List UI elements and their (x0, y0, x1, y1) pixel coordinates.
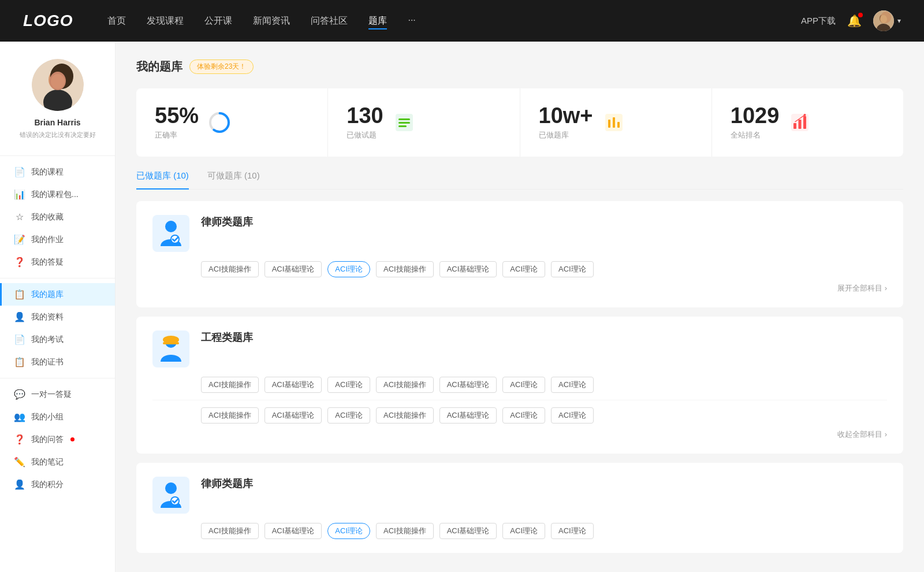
tab-done[interactable]: 已做题库 (10) (136, 170, 189, 190)
sidebar-item-one-on-one[interactable]: 💬 一对一答疑 (0, 383, 115, 406)
sidebar-item-courses[interactable]: 📄 我的课程 (0, 161, 115, 183)
divider-3 (0, 378, 115, 378)
nav-news[interactable]: 新闻资讯 (253, 13, 290, 29)
sidebar-item-notes[interactable]: ✏️ 我的笔记 (0, 451, 115, 473)
sidebar: Brian Harris 错误的决定比没有决定要好 📄 我的课程 📊 我的课程包… (0, 42, 116, 572)
tag-1-4[interactable]: ACI基础理论 (439, 377, 497, 393)
tag-2-3[interactable]: ACI技能操作 (376, 523, 434, 539)
nav-open-course[interactable]: 公开课 (204, 13, 232, 29)
logo: LOGO (23, 12, 73, 30)
tags-row-2: ACI技能操作 ACI基础理论 ACI理论 ACI技能操作 ACI基础理论 AC… (201, 523, 887, 539)
svg-rect-18 (608, 120, 610, 128)
tag-0-5[interactable]: ACI理论 (502, 261, 545, 277)
tag-1-12[interactable]: ACI理论 (502, 407, 545, 424)
tag-1-11[interactable]: ACI基础理论 (439, 407, 497, 424)
tag-1-0[interactable]: ACI技能操作 (201, 377, 259, 393)
svg-point-32 (165, 482, 177, 494)
app-download-link[interactable]: APP下载 (801, 16, 836, 27)
sidebar-item-points[interactable]: 👤 我的积分 (0, 473, 115, 496)
tag-0-1[interactable]: ACI基础理论 (264, 261, 322, 277)
tag-2-4[interactable]: ACI基础理论 (439, 523, 497, 539)
bank-icon-1 (152, 330, 189, 367)
sidebar-item-profile[interactable]: 👤 我的资料 (0, 306, 115, 328)
sidebar-item-groups[interactable]: 👥 我的小组 (0, 406, 115, 428)
qa-dot (70, 437, 74, 441)
sidebar-item-exam[interactable]: 📄 我的考试 (0, 328, 115, 351)
star-icon: ☆ (14, 211, 25, 222)
done-questions-label: 已做试题 (346, 130, 383, 140)
svg-rect-23 (799, 120, 802, 129)
tags-row-1b: ACI技能操作 ACI基础理论 ACI理论 ACI技能操作 ACI基础理论 AC… (201, 407, 887, 424)
nav-more[interactable]: ··· (408, 13, 415, 29)
bank-card-1: 工程类题库 ACI技能操作 ACI基础理论 ACI理论 ACI技能操作 ACI基… (136, 317, 903, 454)
svg-rect-19 (613, 117, 615, 128)
tag-0-0[interactable]: ACI技能操作 (201, 261, 259, 277)
done-questions-icon (393, 111, 416, 134)
qa-icon: ❓ (14, 434, 25, 445)
main-content: 我的题库 体验剩余23天！ 55% 正确率 (116, 42, 924, 572)
collapse-link-1[interactable]: 收起全部科目 › (152, 429, 887, 440)
nav-discover[interactable]: 发现课程 (147, 13, 184, 29)
tag-2-2[interactable]: ACI理论 (327, 523, 370, 539)
stat-done-banks: 10w+ 已做题库 (520, 88, 712, 157)
tag-0-6[interactable]: ACI理论 (551, 261, 594, 277)
tag-0-3[interactable]: ACI技能操作 (376, 261, 434, 277)
accuracy-label: 正确率 (155, 130, 199, 140)
done-banks-label: 已做题库 (539, 130, 593, 140)
svg-rect-16 (398, 125, 407, 127)
tag-0-4[interactable]: ACI基础理论 (439, 261, 497, 277)
tag-1-5[interactable]: ACI理论 (502, 377, 545, 393)
tag-1-7[interactable]: ACI技能操作 (201, 407, 259, 424)
tag-2-6[interactable]: ACI理论 (551, 523, 594, 539)
stat-global-rank: 1029 全站排名 (712, 88, 903, 157)
tag-2-1[interactable]: ACI基础理论 (264, 523, 322, 539)
tag-2-5[interactable]: ACI理论 (502, 523, 545, 539)
notes-icon: ✏️ (14, 456, 25, 467)
svg-rect-15 (398, 122, 410, 124)
tag-1-3[interactable]: ACI技能操作 (376, 377, 434, 393)
done-banks-value: 10w+ (539, 105, 593, 127)
profile-icon: 👤 (14, 311, 25, 322)
tag-1-2[interactable]: ACI理论 (327, 377, 370, 393)
tag-1-8[interactable]: ACI基础理论 (264, 407, 322, 424)
tags-row-1a: ACI技能操作 ACI基础理论 ACI理论 ACI技能操作 ACI基础理论 AC… (201, 377, 887, 393)
sidebar-item-favorites[interactable]: ☆ 我的收藏 (0, 206, 115, 228)
tag-1-9[interactable]: ACI理论 (327, 407, 370, 424)
points-icon: 👤 (14, 479, 25, 490)
sidebar-item-certificate[interactable]: 📋 我的证书 (0, 351, 115, 373)
profile-avatar (32, 59, 84, 111)
question-icon: ❓ (14, 257, 25, 268)
svg-point-10 (51, 74, 65, 89)
tag-1-6[interactable]: ACI理论 (551, 377, 594, 393)
tag-1-1[interactable]: ACI基础理论 (264, 377, 322, 393)
accuracy-value: 55% (155, 105, 199, 127)
user-avatar-menu[interactable]: ▾ (873, 10, 901, 31)
sidebar-item-homework[interactable]: 📝 我的作业 (0, 228, 115, 251)
nav-qa[interactable]: 问答社区 (311, 13, 348, 29)
page-header: 我的题库 体验剩余23天！ (136, 59, 903, 75)
sidebar-item-questions[interactable]: ❓ 我的答疑 (0, 251, 115, 273)
tab-available[interactable]: 可做题库 (10) (207, 170, 260, 190)
tag-2-0[interactable]: ACI技能操作 (201, 523, 259, 539)
tag-1-13[interactable]: ACI理论 (551, 407, 594, 424)
tag-1-10[interactable]: ACI技能操作 (376, 407, 434, 424)
sidebar-item-my-qa[interactable]: ❓ 我的问答 (0, 428, 115, 451)
svg-rect-24 (803, 116, 806, 129)
nav-home[interactable]: 首页 (107, 13, 126, 29)
svg-point-26 (165, 221, 177, 232)
bank-icon-0 (152, 215, 189, 252)
bank-title-2: 律师类题库 (201, 477, 253, 491)
tag-0-2[interactable]: ACI理论 (327, 261, 370, 277)
cert-icon: 📋 (14, 356, 25, 367)
notification-bell[interactable]: 🔔 (847, 14, 862, 28)
svg-point-25 (804, 114, 806, 116)
sidebar-item-course-packages[interactable]: 📊 我的课程包... (0, 183, 115, 206)
page-title: 我的题库 (136, 59, 182, 75)
expand-link-0[interactable]: 展开全部科目 › (152, 283, 887, 294)
nav-question-bank[interactable]: 题库 (368, 13, 387, 29)
sidebar-item-question-bank[interactable]: 📋 我的题库 (0, 283, 115, 306)
stat-done-questions: 130 已做试题 (328, 88, 520, 157)
bank-title-0: 律师类题库 (201, 215, 253, 229)
bank-icon: 📋 (14, 289, 25, 300)
main-layout: Brian Harris 错误的决定比没有决定要好 📄 我的课程 📊 我的课程包… (0, 42, 924, 572)
